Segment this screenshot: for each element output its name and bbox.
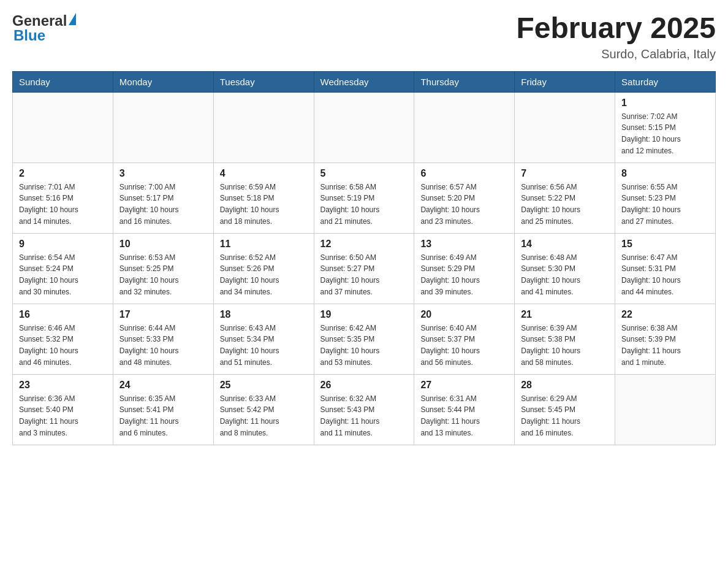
logo-triangle-icon	[69, 13, 76, 25]
day-info: Sunrise: 6:32 AM Sunset: 5:43 PM Dayligh…	[320, 393, 408, 439]
day-number: 24	[119, 380, 207, 391]
calendar-day-cell: 15Sunrise: 6:47 AM Sunset: 5:31 PM Dayli…	[615, 233, 716, 304]
day-number: 16	[19, 309, 107, 320]
day-number: 25	[220, 380, 308, 391]
calendar-day-cell: 25Sunrise: 6:33 AM Sunset: 5:42 PM Dayli…	[213, 374, 314, 445]
day-number: 4	[220, 168, 308, 179]
calendar-day-cell: 4Sunrise: 6:59 AM Sunset: 5:18 PM Daylig…	[213, 163, 314, 233]
calendar-day-cell: 9Sunrise: 6:54 AM Sunset: 5:24 PM Daylig…	[13, 233, 113, 304]
day-of-week-header: Saturday	[615, 71, 716, 92]
day-of-week-header: Tuesday	[213, 71, 314, 92]
calendar-day-cell	[213, 92, 314, 163]
calendar-day-cell: 26Sunrise: 6:32 AM Sunset: 5:43 PM Dayli…	[314, 374, 414, 445]
logo: General Blue	[12, 12, 76, 44]
calendar-week-row: 1Sunrise: 7:02 AM Sunset: 5:15 PM Daylig…	[13, 92, 716, 163]
calendar-day-cell	[113, 92, 213, 163]
calendar-week-row: 16Sunrise: 6:46 AM Sunset: 5:32 PM Dayli…	[13, 304, 716, 374]
calendar-week-row: 9Sunrise: 6:54 AM Sunset: 5:24 PM Daylig…	[13, 233, 716, 304]
day-number: 11	[220, 239, 308, 250]
day-info: Sunrise: 6:57 AM Sunset: 5:20 PM Dayligh…	[420, 182, 508, 227]
calendar-day-cell	[13, 92, 113, 163]
calendar-day-cell: 5Sunrise: 6:58 AM Sunset: 5:19 PM Daylig…	[314, 163, 414, 233]
day-info: Sunrise: 6:43 AM Sunset: 5:34 PM Dayligh…	[220, 323, 308, 368]
calendar-day-cell: 19Sunrise: 6:42 AM Sunset: 5:35 PM Dayli…	[314, 304, 414, 374]
day-number: 6	[420, 168, 508, 179]
day-of-week-header: Sunday	[13, 71, 113, 92]
day-of-week-header: Friday	[515, 71, 615, 92]
calendar-day-cell: 12Sunrise: 6:50 AM Sunset: 5:27 PM Dayli…	[314, 233, 414, 304]
day-number: 10	[119, 239, 207, 250]
calendar-header-row: SundayMondayTuesdayWednesdayThursdayFrid…	[13, 71, 716, 92]
day-info: Sunrise: 7:01 AM Sunset: 5:16 PM Dayligh…	[19, 182, 107, 227]
title-section: February 2025 Surdo, Calabria, Italy	[516, 12, 716, 61]
calendar-week-row: 2Sunrise: 7:01 AM Sunset: 5:16 PM Daylig…	[13, 163, 716, 233]
day-number: 26	[320, 380, 408, 391]
day-info: Sunrise: 6:48 AM Sunset: 5:30 PM Dayligh…	[521, 252, 609, 297]
day-info: Sunrise: 6:55 AM Sunset: 5:23 PM Dayligh…	[621, 182, 709, 227]
day-info: Sunrise: 6:49 AM Sunset: 5:29 PM Dayligh…	[420, 252, 508, 297]
day-info: Sunrise: 6:50 AM Sunset: 5:27 PM Dayligh…	[320, 252, 408, 297]
calendar-day-cell: 27Sunrise: 6:31 AM Sunset: 5:44 PM Dayli…	[414, 374, 515, 445]
calendar-day-cell	[615, 374, 716, 445]
calendar-table: SundayMondayTuesdayWednesdayThursdayFrid…	[12, 71, 716, 445]
calendar-day-cell	[314, 92, 414, 163]
day-number: 18	[220, 309, 308, 320]
day-info: Sunrise: 6:36 AM Sunset: 5:40 PM Dayligh…	[19, 393, 107, 439]
day-number: 3	[119, 168, 207, 179]
day-number: 17	[119, 309, 207, 320]
calendar-day-cell: 20Sunrise: 6:40 AM Sunset: 5:37 PM Dayli…	[414, 304, 515, 374]
day-info: Sunrise: 6:42 AM Sunset: 5:35 PM Dayligh…	[320, 323, 408, 368]
day-info: Sunrise: 6:39 AM Sunset: 5:38 PM Dayligh…	[521, 323, 609, 368]
day-number: 21	[521, 309, 609, 320]
day-info: Sunrise: 6:33 AM Sunset: 5:42 PM Dayligh…	[220, 393, 308, 439]
day-number: 28	[521, 380, 609, 391]
day-number: 23	[19, 380, 107, 391]
day-info: Sunrise: 6:53 AM Sunset: 5:25 PM Dayligh…	[119, 252, 207, 297]
day-info: Sunrise: 6:44 AM Sunset: 5:33 PM Dayligh…	[119, 323, 207, 368]
day-info: Sunrise: 6:31 AM Sunset: 5:44 PM Dayligh…	[420, 393, 508, 439]
day-info: Sunrise: 7:02 AM Sunset: 5:15 PM Dayligh…	[621, 111, 709, 156]
day-number: 2	[19, 168, 107, 179]
calendar-day-cell: 3Sunrise: 7:00 AM Sunset: 5:17 PM Daylig…	[113, 163, 213, 233]
month-title: February 2025	[516, 12, 716, 45]
day-info: Sunrise: 6:29 AM Sunset: 5:45 PM Dayligh…	[521, 393, 609, 439]
calendar-day-cell	[414, 92, 515, 163]
day-info: Sunrise: 6:47 AM Sunset: 5:31 PM Dayligh…	[621, 252, 709, 297]
calendar-day-cell: 24Sunrise: 6:35 AM Sunset: 5:41 PM Dayli…	[113, 374, 213, 445]
calendar-day-cell: 18Sunrise: 6:43 AM Sunset: 5:34 PM Dayli…	[213, 304, 314, 374]
page-header: General Blue February 2025 Surdo, Calabr…	[12, 12, 716, 61]
day-info: Sunrise: 6:52 AM Sunset: 5:26 PM Dayligh…	[220, 252, 308, 297]
calendar-day-cell: 8Sunrise: 6:55 AM Sunset: 5:23 PM Daylig…	[615, 163, 716, 233]
calendar-day-cell: 6Sunrise: 6:57 AM Sunset: 5:20 PM Daylig…	[414, 163, 515, 233]
day-number: 12	[320, 239, 408, 250]
calendar-day-cell: 1Sunrise: 7:02 AM Sunset: 5:15 PM Daylig…	[615, 92, 716, 163]
day-number: 22	[621, 309, 709, 320]
day-number: 1	[621, 98, 709, 109]
calendar-day-cell: 14Sunrise: 6:48 AM Sunset: 5:30 PM Dayli…	[515, 233, 615, 304]
calendar-day-cell: 23Sunrise: 6:36 AM Sunset: 5:40 PM Dayli…	[13, 374, 113, 445]
day-info: Sunrise: 6:35 AM Sunset: 5:41 PM Dayligh…	[119, 393, 207, 439]
calendar-day-cell: 28Sunrise: 6:29 AM Sunset: 5:45 PM Dayli…	[515, 374, 615, 445]
day-of-week-header: Thursday	[414, 71, 515, 92]
day-number: 14	[521, 239, 609, 250]
day-info: Sunrise: 6:54 AM Sunset: 5:24 PM Dayligh…	[19, 252, 107, 297]
day-number: 8	[621, 168, 709, 179]
calendar-day-cell: 16Sunrise: 6:46 AM Sunset: 5:32 PM Dayli…	[13, 304, 113, 374]
day-number: 15	[621, 239, 709, 250]
calendar-day-cell: 17Sunrise: 6:44 AM Sunset: 5:33 PM Dayli…	[113, 304, 213, 374]
day-number: 9	[19, 239, 107, 250]
day-number: 5	[320, 168, 408, 179]
calendar-week-row: 23Sunrise: 6:36 AM Sunset: 5:40 PM Dayli…	[13, 374, 716, 445]
day-info: Sunrise: 6:58 AM Sunset: 5:19 PM Dayligh…	[320, 182, 408, 227]
day-number: 7	[521, 168, 609, 179]
day-info: Sunrise: 6:40 AM Sunset: 5:37 PM Dayligh…	[420, 323, 508, 368]
calendar-day-cell: 21Sunrise: 6:39 AM Sunset: 5:38 PM Dayli…	[515, 304, 615, 374]
day-number: 13	[420, 239, 508, 250]
day-of-week-header: Wednesday	[314, 71, 414, 92]
day-of-week-header: Monday	[113, 71, 213, 92]
day-info: Sunrise: 7:00 AM Sunset: 5:17 PM Dayligh…	[119, 182, 207, 227]
day-number: 19	[320, 309, 408, 320]
calendar-day-cell: 10Sunrise: 6:53 AM Sunset: 5:25 PM Dayli…	[113, 233, 213, 304]
calendar-day-cell: 7Sunrise: 6:56 AM Sunset: 5:22 PM Daylig…	[515, 163, 615, 233]
location-text: Surdo, Calabria, Italy	[516, 47, 716, 61]
